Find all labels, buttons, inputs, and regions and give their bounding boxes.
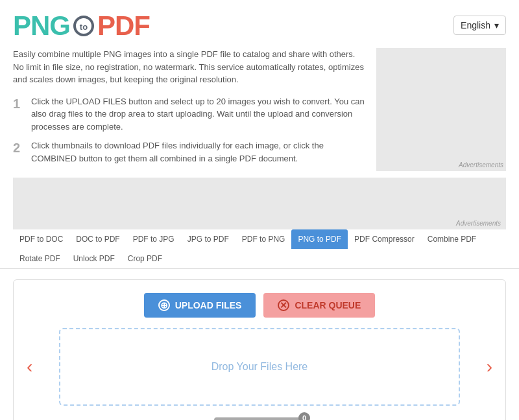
tab-jpg-to-pdf[interactable]: JPG to PDF	[181, 229, 235, 249]
drop-zone[interactable]: Drop Your Files Here	[59, 328, 460, 406]
content-left: Easily combine multiple PNG images into …	[13, 48, 366, 171]
combined-button[interactable]: ⬇ COMBINED 0	[214, 417, 305, 420]
logo-pdf: PDF	[97, 10, 150, 41]
svg-text:to: to	[80, 22, 88, 32]
language-label: English	[461, 20, 490, 30]
tab-rotate-pdf[interactable]: Rotate PDF	[13, 249, 67, 268]
ad-sidebar: Advertisements	[376, 48, 506, 171]
tab-pdf-to-png[interactable]: PDF to PNG	[235, 229, 292, 249]
tab-crop-pdf[interactable]: Crop PDF	[121, 249, 169, 268]
step-2-number: 2	[13, 139, 23, 165]
combined-row: ⬇ COMBINED 0	[27, 417, 492, 420]
ad-banner-label: Advertisements	[456, 220, 501, 227]
logo-separator: to	[72, 14, 95, 38]
steps-list: 1 Click the UPLOAD FILES button and sele…	[13, 95, 366, 165]
logo-to-icon: to	[72, 14, 95, 38]
clear-queue-label: CLEAR QUEUE	[295, 300, 361, 310]
tab-png-to-pdf[interactable]: PNG to PDF	[291, 229, 348, 249]
tool-buttons: ⊕ UPLOAD FILES ✕ CLEAR QUEUE	[27, 293, 492, 318]
tab-doc-to-pdf[interactable]: DOC to PDF	[69, 229, 126, 249]
step-2: 2 Click thumbnails to download PDF files…	[13, 139, 366, 165]
language-selector[interactable]: English ▾	[453, 16, 506, 35]
upload-files-button[interactable]: ⊕ UPLOAD FILES	[144, 293, 256, 318]
tool-area: ⊕ UPLOAD FILES ✕ CLEAR QUEUE ‹ Drop Your…	[13, 279, 506, 420]
description-text: Easily combine multiple PNG images into …	[13, 48, 366, 86]
combined-badge: 0	[298, 412, 310, 420]
upload-icon: ⊕	[158, 299, 170, 311]
clear-icon: ✕	[278, 299, 289, 311]
carousel-prev-button[interactable]: ‹	[27, 356, 32, 377]
drop-zone-wrapper: ‹ Drop Your Files Here ›	[53, 328, 466, 406]
clear-queue-button[interactable]: ✕ CLEAR QUEUE	[263, 293, 375, 318]
carousel-next-button[interactable]: ›	[487, 356, 492, 377]
step-1-number: 1	[13, 95, 23, 134]
chevron-down-icon: ▾	[494, 20, 499, 30]
ad-banner: Advertisements	[13, 178, 506, 229]
tab-pdf-compressor[interactable]: PDF Compressor	[348, 229, 421, 249]
tab-pdf-to-doc[interactable]: PDF to DOC	[13, 229, 69, 249]
header: PNG to PDF English ▾	[0, 0, 519, 41]
step-1: 1 Click the UPLOAD FILES button and sele…	[13, 95, 366, 134]
step-2-text: Click thumbnails to download PDF files i…	[31, 139, 366, 165]
tab-pdf-to-jpg[interactable]: PDF to JPG	[127, 229, 181, 249]
main-layout: Easily combine multiple PNG images into …	[0, 41, 519, 178]
nav-tabs: PDF to DOC DOC to PDF PDF to JPG JPG to …	[0, 229, 519, 269]
tab-unlock-pdf[interactable]: Unlock PDF	[67, 249, 121, 268]
logo-png: PNG	[13, 10, 70, 41]
tab-combine-pdf[interactable]: Combine PDF	[421, 229, 483, 249]
drop-zone-text: Drop Your Files Here	[211, 361, 308, 373]
logo: PNG to PDF	[13, 10, 150, 41]
upload-files-label: UPLOAD FILES	[175, 300, 242, 310]
ad-sidebar-label: Advertisements	[459, 161, 503, 169]
step-1-text: Click the UPLOAD FILES button and select…	[31, 95, 366, 134]
